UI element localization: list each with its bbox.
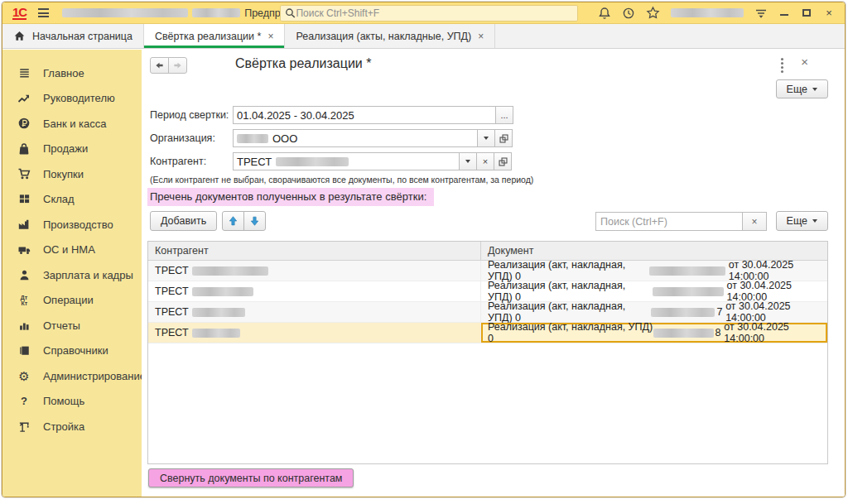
- contractor-input[interactable]: ТРЕСТ: [233, 152, 460, 170]
- back-button[interactable]: [150, 57, 169, 74]
- move-down-button[interactable]: [243, 211, 266, 231]
- organization-label: Организация:: [150, 132, 233, 144]
- arrow-left-icon: [154, 60, 165, 70]
- tab-home[interactable]: Начальная страница: [2, 24, 144, 48]
- contractor-open-button[interactable]: [494, 152, 512, 170]
- sidebar-item-pokupki[interactable]: Покупки: [2, 161, 142, 187]
- table-header: Контрагент Документ: [148, 242, 827, 261]
- contractor-hint-note: (Если контрагент не выбран, сворачиваютс…: [150, 175, 533, 185]
- redacted-title-text: [62, 8, 188, 17]
- sidebar-item-operacii[interactable]: ДтКт Операции: [2, 288, 142, 314]
- tab-label: Свёртка реализации *: [155, 31, 261, 42]
- question-icon: ?: [16, 395, 32, 408]
- arrow-right-icon: [172, 60, 183, 70]
- table-row[interactable]: ТРЕСТ Реализация (акт, накладная, УПД) 0…: [148, 261, 827, 281]
- bank-ruble-icon: [16, 117, 32, 130]
- main-hamburger-icon[interactable]: [38, 8, 49, 17]
- table-row-selected[interactable]: ТРЕСТ Реализация (акт, накладная, УПД) 0…: [148, 323, 827, 343]
- close-form-icon[interactable]: ×: [801, 55, 808, 69]
- sidebar-item-os-i-nma[interactable]: ОС и НМА: [2, 238, 142, 263]
- sidebar-item-rukovoditelyu[interactable]: Руководителю: [2, 86, 142, 112]
- collapse-documents-button[interactable]: Свернуть документы по контрагентам: [148, 468, 354, 487]
- title-bar: 1С Предприятие): [2, 2, 845, 24]
- sidebar-item-zarplata-i-kadry[interactable]: Зарплата и кадры: [2, 262, 142, 288]
- move-up-button[interactable]: [222, 211, 244, 231]
- main-menu-icon: [16, 66, 32, 79]
- move-buttons: [222, 211, 266, 231]
- global-search-box[interactable]: [280, 5, 578, 22]
- add-button[interactable]: Добавить: [150, 211, 217, 231]
- close-window-icon[interactable]: ×: [823, 7, 835, 19]
- form-svertka-realizacii: Свёртка реализации * × Еще Период свертк…: [142, 50, 845, 497]
- selected-cell[interactable]: Реализация (акт, накладная, УПД) 08от 30…: [481, 323, 827, 343]
- service-menu-icon[interactable]: [754, 7, 768, 20]
- sidebar-item-prodazhi[interactable]: Продажи: [2, 137, 142, 162]
- contractor-label: Контрагент:: [150, 156, 233, 167]
- manager-trend-icon: [16, 92, 32, 105]
- sales-bag-icon: [16, 142, 32, 156]
- close-tab-icon[interactable]: ×: [267, 31, 273, 42]
- tab-svertka-realizacii[interactable]: Свёртка реализации * ×: [144, 24, 285, 48]
- sidebar-item-pomosch[interactable]: ? Помощь: [2, 389, 142, 415]
- person-icon: [16, 268, 32, 281]
- global-search-input[interactable]: [296, 7, 573, 19]
- reports-bars-icon: [16, 319, 32, 332]
- contractor-clear-button[interactable]: ×: [476, 152, 494, 170]
- construction-crane-icon: [16, 420, 32, 433]
- tab-realizaciya[interactable]: Реализация (акты, накладные, УПД) ×: [285, 24, 495, 48]
- table-row[interactable]: ТРЕСТ Реализация (акт, накладная, УПД) 0…: [148, 281, 827, 302]
- minimize-icon[interactable]: [778, 7, 790, 19]
- organization-dropdown-button[interactable]: [477, 129, 495, 147]
- history-clock-icon[interactable]: [622, 7, 635, 20]
- maximize-icon[interactable]: [801, 7, 812, 19]
- list-search-input[interactable]: [595, 212, 743, 231]
- section-sidebar: Главное Руководителю Банк и касса Продаж…: [2, 50, 142, 497]
- sidebar-item-proizvodstvo[interactable]: Производство: [2, 212, 142, 238]
- more-button-top[interactable]: Еще: [776, 79, 828, 98]
- search-icon: [285, 7, 296, 19]
- page-title: Свёртка реализации *: [235, 56, 371, 71]
- period-input[interactable]: [233, 106, 496, 124]
- period-ellipsis-button[interactable]: ...: [495, 106, 513, 124]
- open-link-icon: [498, 156, 508, 167]
- notifications-bell-icon[interactable]: [598, 7, 611, 20]
- forward-button[interactable]: [168, 57, 187, 74]
- sidebar-item-bank-i-kassa[interactable]: Банк и касса: [2, 111, 142, 137]
- sidebar-item-otchety[interactable]: Отчеты: [2, 313, 142, 338]
- favorites-star-icon[interactable]: [646, 6, 660, 20]
- sidebar-item-spravochniki[interactable]: Справочники: [2, 338, 142, 364]
- open-link-icon: [499, 133, 509, 144]
- window-title: Предприятие): [62, 7, 311, 19]
- documents-table: Контрагент Документ ТРЕСТ Реализация (ак…: [147, 241, 828, 464]
- redacted-title-text: [192, 8, 240, 17]
- organization-row: Организация: ООО: [150, 129, 513, 147]
- warehouse-grid-icon: [16, 193, 32, 206]
- chevron-down-icon: [812, 219, 817, 223]
- more-button-list[interactable]: Еще: [776, 211, 828, 231]
- redacted-contractor-name: [276, 157, 349, 166]
- sidebar-item-stroyka[interactable]: Стройка: [2, 414, 142, 439]
- organization-input[interactable]: ООО: [233, 129, 478, 147]
- column-header-document[interactable]: Документ: [481, 242, 827, 260]
- column-header-contractor[interactable]: Контрагент: [148, 242, 481, 260]
- clear-search-button[interactable]: ×: [742, 212, 767, 231]
- contractor-dropdown-button[interactable]: [459, 152, 477, 170]
- user-name-redacted[interactable]: [671, 8, 744, 17]
- table-row[interactable]: ТРЕСТ Реализация (акт, накладная, УПД) 0…: [148, 302, 827, 323]
- sidebar-item-glavnoe[interactable]: Главное: [2, 60, 142, 86]
- production-factory-icon: [16, 218, 32, 231]
- debit-credit-icon: ДтКт: [16, 294, 32, 307]
- chevron-down-icon: [812, 88, 817, 91]
- tab-label: Реализация (акты, накладные, УПД): [296, 31, 471, 42]
- tab-home-label: Начальная страница: [32, 31, 132, 42]
- form-menu-dots-icon[interactable]: [781, 58, 783, 73]
- arrow-up-icon: [228, 215, 238, 227]
- arrow-down-icon: [249, 215, 260, 227]
- organization-open-button[interactable]: [494, 129, 513, 147]
- tab-bar: Начальная страница Свёртка реализации * …: [2, 24, 845, 49]
- app-window: 1С Предприятие): [2, 2, 846, 497]
- sidebar-item-sklad[interactable]: Склад: [2, 187, 142, 213]
- close-tab-icon[interactable]: ×: [478, 31, 484, 42]
- sidebar-item-administrirovanie[interactable]: ⚙ Администрирование: [2, 363, 142, 389]
- references-book-icon: [16, 344, 32, 358]
